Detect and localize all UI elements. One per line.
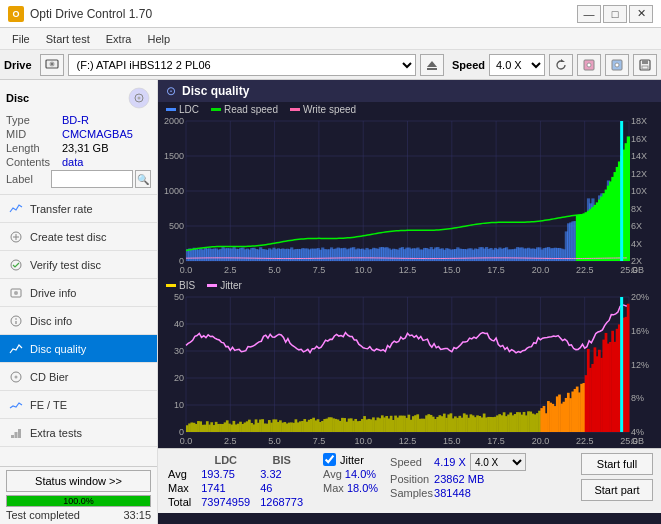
nav-cd-bier[interactable]: CD Bier bbox=[0, 363, 157, 391]
svg-point-9 bbox=[615, 63, 619, 67]
left-panel: Disc Type BD-R MID CMCMAGBA5 Length 23,3… bbox=[0, 80, 158, 524]
contents-label: Contents bbox=[6, 156, 62, 168]
nav-transfer-rate[interactable]: Transfer rate bbox=[0, 195, 157, 223]
jitter-header: Jitter bbox=[323, 453, 378, 466]
menu-start-test[interactable]: Start test bbox=[38, 31, 98, 47]
right-panel: ⊙ Disc quality LDC Read speed Write spee… bbox=[158, 80, 661, 524]
speed-section: Speed 4.19 X 4.0 X Position 23862 MB Sam… bbox=[390, 453, 526, 499]
type-row: Type BD-R bbox=[6, 114, 151, 126]
svg-point-19 bbox=[11, 260, 21, 270]
total-bis: 1268773 bbox=[258, 495, 311, 509]
label-label: Label bbox=[6, 173, 51, 185]
jitter-max-row: Max 18.0% bbox=[323, 482, 378, 494]
create-test-disc-icon bbox=[8, 229, 24, 245]
total-row: Total 73974959 1268773 bbox=[166, 495, 311, 509]
type-label: Type bbox=[6, 114, 62, 126]
verify-test-disc-icon bbox=[8, 257, 24, 273]
type-value: BD-R bbox=[62, 114, 89, 126]
media-button1[interactable] bbox=[577, 54, 601, 76]
label-search-button[interactable]: 🔍 bbox=[135, 170, 151, 188]
avg-bis: 3.32 bbox=[258, 467, 311, 481]
nav-extra-tests[interactable]: Extra tests bbox=[0, 419, 157, 447]
total-label: Total bbox=[166, 495, 199, 509]
save-button[interactable] bbox=[633, 54, 657, 76]
progress-bar-container: 100.0% bbox=[6, 495, 151, 507]
stats-panel: LDC BIS Avg 193.75 3.32 Max 1741 46 To bbox=[158, 448, 661, 513]
jitter-max: 18.0% bbox=[347, 482, 378, 494]
svg-point-2 bbox=[51, 63, 53, 65]
nav-fe-te[interactable]: FE / TE bbox=[0, 391, 157, 419]
svg-point-7 bbox=[587, 63, 591, 67]
disc-section-title: Disc bbox=[6, 92, 29, 104]
legend-jitter: Jitter bbox=[207, 280, 242, 291]
nav-drive-info[interactable]: Drive info bbox=[0, 279, 157, 307]
status-text: Test completed bbox=[6, 509, 80, 521]
mid-row: MID CMCMAGBA5 bbox=[6, 128, 151, 140]
legend-bis: BIS bbox=[166, 280, 195, 291]
svg-rect-28 bbox=[15, 432, 18, 438]
speed-dropdown[interactable]: 4.0 X bbox=[470, 453, 526, 471]
svg-point-23 bbox=[15, 318, 17, 320]
samples-row: Samples 381448 bbox=[390, 487, 526, 499]
contents-value: data bbox=[62, 156, 83, 168]
media-button2[interactable] bbox=[605, 54, 629, 76]
position-value: 23862 MB bbox=[434, 473, 484, 485]
status-time: 33:15 bbox=[123, 509, 151, 521]
eject-button[interactable] bbox=[420, 54, 444, 76]
label-input[interactable] bbox=[51, 170, 133, 188]
legend-read-speed: Read speed bbox=[211, 104, 278, 115]
minimize-button[interactable]: — bbox=[577, 5, 601, 23]
drive-info-icon bbox=[8, 285, 24, 301]
menu-extra[interactable]: Extra bbox=[98, 31, 140, 47]
write-speed-color-dot bbox=[290, 108, 300, 111]
chart-title: Disc quality bbox=[182, 84, 249, 98]
drive-bar: Drive (F:) ATAPI iHBS112 2 PL06 Speed 4.… bbox=[0, 50, 661, 80]
bis-color-dot bbox=[166, 284, 176, 287]
nav-disc-quality[interactable]: Disc quality bbox=[0, 335, 157, 363]
speed-refresh-button[interactable] bbox=[549, 54, 573, 76]
disc-quality-icon bbox=[8, 341, 24, 357]
menu-help[interactable]: Help bbox=[139, 31, 178, 47]
start-part-button[interactable]: Start part bbox=[581, 479, 653, 501]
max-row: Max 1741 46 bbox=[166, 481, 311, 495]
avg-ldc: 193.75 bbox=[199, 467, 258, 481]
svg-marker-5 bbox=[561, 59, 565, 62]
drive-label: Drive bbox=[4, 59, 32, 71]
avg-label: Avg bbox=[166, 467, 199, 481]
app-icon: O bbox=[8, 6, 24, 22]
status-time-row: Test completed 33:15 bbox=[6, 507, 151, 521]
speed-row1: Speed 4.19 X 4.0 X bbox=[390, 453, 526, 471]
contents-row: Contents data bbox=[6, 156, 151, 168]
svg-rect-29 bbox=[18, 429, 21, 438]
menu-file[interactable]: File bbox=[4, 31, 38, 47]
menu-bar: File Start test Extra Help bbox=[0, 28, 661, 50]
start-full-button[interactable]: Start full bbox=[581, 453, 653, 475]
status-section: Status window >> 100.0% Test completed 3… bbox=[0, 466, 157, 524]
max-ldc: 1741 bbox=[199, 481, 258, 495]
legend-write-speed: Write speed bbox=[290, 104, 356, 115]
nav-create-test-disc[interactable]: Create test disc bbox=[0, 223, 157, 251]
disc-info-header: Disc bbox=[6, 86, 151, 110]
drive-icon-button[interactable] bbox=[40, 54, 64, 76]
svg-point-26 bbox=[15, 375, 18, 378]
maximize-button[interactable]: □ bbox=[603, 5, 627, 23]
svg-rect-4 bbox=[427, 68, 437, 70]
title-bar: O Opti Drive Control 1.70 — □ ✕ bbox=[0, 0, 661, 28]
max-bis: 46 bbox=[258, 481, 311, 495]
main-layout: Disc Type BD-R MID CMCMAGBA5 Length 23,3… bbox=[0, 80, 661, 524]
nav-verify-test-disc[interactable]: Verify test disc bbox=[0, 251, 157, 279]
svg-rect-27 bbox=[11, 435, 14, 438]
jitter-checkbox[interactable] bbox=[323, 453, 336, 466]
bottom-chart-legend: BIS Jitter bbox=[158, 277, 661, 293]
speed-select[interactable]: 4.0 X bbox=[489, 54, 545, 76]
status-window-button[interactable]: Status window >> bbox=[6, 470, 151, 492]
progress-text: 100.0% bbox=[7, 496, 150, 506]
nav-disc-info[interactable]: Disc info bbox=[0, 307, 157, 335]
svg-point-15 bbox=[138, 97, 141, 100]
avg-row: Avg 193.75 3.32 bbox=[166, 467, 311, 481]
extra-tests-icon bbox=[8, 425, 24, 441]
nav-menu: Transfer rate Create test disc Verify te… bbox=[0, 195, 157, 466]
top-chart-canvas bbox=[158, 117, 661, 277]
close-button[interactable]: ✕ bbox=[629, 5, 653, 23]
drive-select[interactable]: (F:) ATAPI iHBS112 2 PL06 bbox=[68, 54, 416, 76]
